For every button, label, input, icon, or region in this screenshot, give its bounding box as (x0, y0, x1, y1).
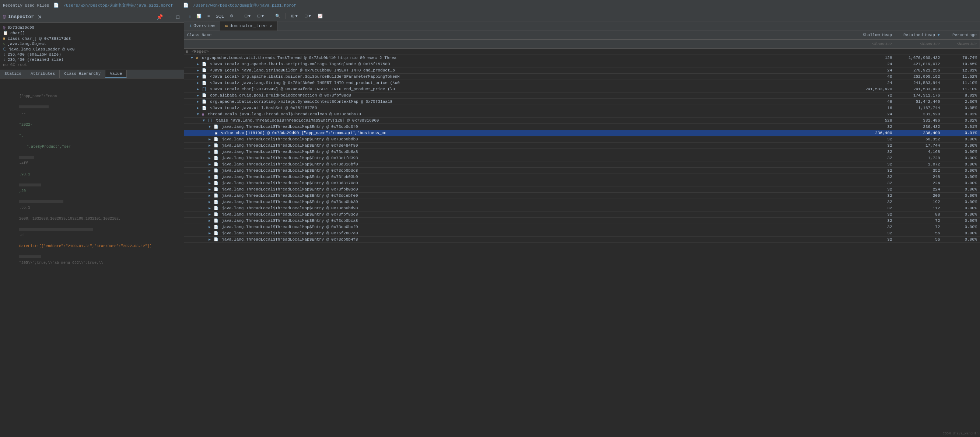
table-row[interactable]: ⊞ <Regex> (184, 48, 980, 55)
expand-icon[interactable]: ▶ (208, 162, 213, 167)
inspector-maximize-button[interactable]: □ (175, 13, 181, 21)
inspector-minimize-button[interactable]: − (167, 13, 172, 21)
toolbar-info-btn[interactable]: i (187, 13, 192, 19)
toolbar-bar-chart-btn[interactable]: 📈 (315, 13, 325, 19)
expand-icon[interactable]: ▼ (208, 125, 213, 129)
table-row[interactable]: ▶ 📄 java.lang.ThreadLocal$ThreadLocalMap… (184, 205, 980, 211)
table-row[interactable]: ▶ 📄 java.lang.ThreadLocal$ThreadLocalMap… (184, 155, 980, 161)
expand-icon[interactable]: ▶ (208, 169, 213, 173)
table-row[interactable]: ▶ 📄 java.lang.ThreadLocal$ThreadLocalMap… (184, 136, 980, 143)
expand-icon[interactable]: ▶ (197, 100, 201, 104)
toolbar-group-btn[interactable]: ⊡▼ (302, 13, 314, 19)
col-header-shallow[interactable]: Shallow Heap (851, 31, 895, 40)
file-2[interactable]: /Users/wxn/Desktop/dump文件/java_pid1.hpro… (193, 3, 296, 8)
tab-overview[interactable]: i Overview (184, 22, 220, 30)
toolbar-filter-btn[interactable]: ⊡▼ (255, 13, 267, 19)
table-row[interactable]: ▶ 📄 java.lang.ThreadLocal$ThreadLocalMap… (184, 161, 980, 168)
expand-icon[interactable]: ▶ (208, 150, 213, 154)
expand-icon[interactable]: ▶ (197, 62, 201, 66)
table-row[interactable]: ▶ 📄 java.lang.ThreadLocal$ThreadLocalMap… (184, 168, 980, 174)
table-row[interactable]: ▶ 📄 java.lang.ThreadLocal$ThreadLocalMap… (184, 193, 980, 199)
toolbar-sql-btn[interactable]: SQL (213, 13, 226, 19)
table-row[interactable]: ▶ 📄 <Java Local> org.apache.ibatis.build… (184, 74, 980, 80)
inspector-title-group: @ Inspector ✕ (3, 13, 43, 21)
expand-icon[interactable]: ▼ (197, 112, 201, 116)
expand-icon[interactable]: ▶ (197, 87, 201, 91)
table-row[interactable]: ▶ 📄 <Java Local> java.lang.StringBuilder… (184, 67, 980, 74)
obj-icon: 📄 (202, 94, 208, 98)
table-row[interactable]: ▼ [] table java.lang.ThreadLocal$ThreadL… (184, 118, 980, 124)
row-retained-heap: 66,352 (895, 136, 943, 143)
toolbar-chart-btn[interactable]: 📊 (194, 13, 204, 19)
dominator-close-icon[interactable]: ✕ (270, 24, 272, 29)
expand-icon[interactable]: ▶ (208, 144, 213, 148)
toolbar-expand-btn[interactable]: ⊞▼ (242, 13, 254, 19)
expand-icon[interactable]: ▶ (208, 207, 213, 210)
table-row[interactable]: ▶ 📄 java.lang.ThreadLocal$ThreadLocalMap… (184, 143, 980, 149)
table-row[interactable]: ▶ 📄 java.lang.ThreadLocal$ThreadLocalMap… (184, 237, 980, 243)
row-retained-heap: 352 (895, 168, 943, 174)
table-row[interactable]: ▶ 📄 <Java Local> java.util.HashSet @ 0x7… (184, 105, 980, 111)
expand-icon[interactable]: ▶ (208, 156, 213, 160)
expand-icon[interactable]: ▶ (197, 81, 201, 85)
expand-icon[interactable]: ▶ (208, 231, 213, 235)
expand-icon[interactable]: ▶ (208, 213, 213, 217)
table-row[interactable]: ▶ 📄 java.lang.ThreadLocal$ThreadLocalMap… (184, 186, 980, 193)
table-row[interactable]: ▣ value char[118190] @ 0x73da29d90 {"app… (184, 130, 980, 136)
shallow-icon: ↕ (3, 52, 6, 57)
tab-value[interactable]: Value (105, 70, 127, 78)
inspector-close-button[interactable]: ✕ (36, 13, 43, 21)
row-shallow-heap: 32 (851, 211, 895, 218)
table-row[interactable]: ▶ 📄 <Java Local> org.apache.ibatis.scrip… (184, 61, 980, 67)
table-row[interactable]: ▶ 📄 java.lang.ThreadLocal$ThreadLocalMap… (184, 180, 980, 186)
expand-icon[interactable]: ▶ (208, 188, 213, 192)
expand-icon[interactable]: ▼ (203, 119, 207, 123)
toolbar-list-btn[interactable]: ≡ (205, 13, 212, 19)
tab-dominator-tree[interactable]: ⊞ dominator_tree ✕ (220, 21, 277, 30)
expand-icon[interactable]: ▼ (191, 56, 195, 60)
table-row[interactable]: ▶ 📄 com.alibaba.druid.pool.DruidPooledCo… (184, 92, 980, 99)
table-row[interactable]: ▶ 📄 java.lang.ThreadLocal$ThreadLocalMap… (184, 211, 980, 218)
expand-icon[interactable]: ▶ (208, 219, 213, 223)
table-row[interactable]: ▶ 📄 java.lang.ThreadLocal$ThreadLocalMap… (184, 199, 980, 205)
row-shallow-heap: 128 (851, 55, 895, 61)
row-shallow-heap: 32 (851, 230, 895, 237)
expand-icon[interactable]: ▶ (208, 238, 213, 242)
obj-icon: 📄 (214, 150, 220, 154)
table-row[interactable]: ▼ ▣ threadLocals java.lang.ThreadLocal$T… (184, 111, 980, 118)
table-row[interactable]: ▶ 📄 java.lang.ThreadLocal$ThreadLocalMap… (184, 230, 980, 237)
inspector-pin-button[interactable]: 📌 (155, 13, 164, 21)
expand-icon[interactable]: ▶ (208, 137, 213, 141)
col-header-classname[interactable]: Class Name (184, 31, 851, 40)
tab-attributes[interactable]: Attributes (26, 70, 60, 78)
table-row[interactable]: ▶ 📄 java.lang.ThreadLocal$ThreadLocalMap… (184, 174, 980, 180)
row-shallow-heap: 528 (851, 118, 895, 124)
expand-icon[interactable]: ▶ (197, 68, 201, 73)
table-row[interactable]: ▶ [] <Java Local> char[120791949] @ 0x7a… (184, 86, 980, 92)
table-row[interactable]: ▼ 📄 java.lang.ThreadLocal$ThreadLocalMap… (184, 124, 980, 130)
toolbar-search-btn[interactable]: 🔍 (273, 13, 283, 19)
expand-icon[interactable]: ▶ (197, 106, 201, 110)
tab-statics[interactable]: Statics (0, 70, 26, 78)
table-row[interactable]: ▶ 📄 org.apache.ibatis.scripting.xmltags.… (184, 99, 980, 105)
table-row[interactable]: ▶ 📄 java.lang.ThreadLocal$ThreadLocalMap… (184, 224, 980, 230)
table-row[interactable]: ▼ ⚙ org.apache.tomcat.util.threads.TaskT… (184, 55, 980, 61)
expand-icon[interactable]: ▶ (197, 75, 201, 79)
file-1[interactable]: /Users/wxn/Desktop/未命名文件夹/java_pid1.hpro… (64, 3, 173, 8)
expand-icon[interactable]: ▶ (208, 181, 213, 185)
expand-icon[interactable]: ▶ (208, 194, 213, 198)
toolbar-settings-btn[interactable]: ⚙ (228, 13, 236, 19)
col-header-percentage[interactable]: Percentage (943, 31, 980, 40)
expand-icon[interactable]: ▶ (197, 94, 201, 98)
array-icon: [] (208, 119, 215, 123)
row-retained-heap (895, 48, 943, 55)
table-row[interactable]: ▶ 📄 java.lang.ThreadLocal$ThreadLocalMap… (184, 149, 980, 155)
table-row[interactable]: ▶ 📄 java.lang.ThreadLocal$ThreadLocalMap… (184, 218, 980, 224)
toolbar-table-btn[interactable]: ⊞▼ (289, 13, 301, 19)
tab-class-hierarchy[interactable]: Class Hierarchy (60, 70, 105, 78)
table-row[interactable]: ▶ 📄 <Java Local> java.lang.String @ 0x78… (184, 80, 980, 86)
expand-icon[interactable]: ▶ (208, 175, 213, 179)
expand-icon[interactable]: ▶ (208, 225, 213, 229)
col-header-retained[interactable]: Retained Heap ▼ (895, 31, 943, 40)
expand-icon[interactable]: ▶ (208, 200, 213, 204)
